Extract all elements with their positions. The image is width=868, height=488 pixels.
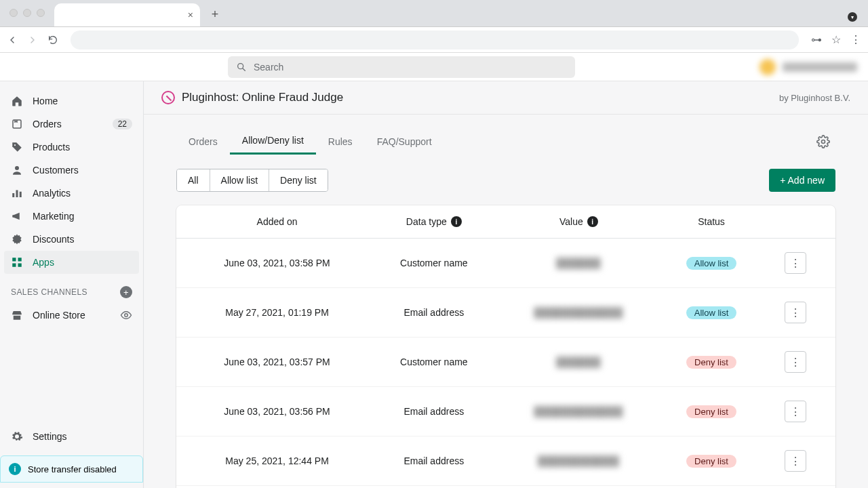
filter-allow[interactable]: Allow list — [210, 169, 269, 191]
cell-added: June 03, 2021, 03:57 PM — [193, 357, 361, 367]
eye-icon[interactable] — [120, 309, 132, 321]
tag-icon — [11, 141, 23, 153]
browser-profile-icon[interactable]: ▾ — [848, 12, 857, 22]
window-controls — [9, 9, 45, 17]
tab-orders[interactable]: Orders — [176, 129, 230, 154]
home-icon — [11, 95, 23, 107]
col-value: Valuei — [507, 216, 652, 227]
svg-rect-9 — [12, 264, 16, 267]
info-icon: i — [9, 463, 21, 475]
gear-icon — [11, 430, 23, 443]
add-channel-icon[interactable]: + — [120, 286, 132, 298]
transfer-banner[interactable]: i Store transfer disabled — [0, 455, 143, 483]
svg-rect-7 — [12, 258, 16, 261]
filter-segment: All Allow list Deny list — [176, 169, 328, 192]
filter-all[interactable]: All — [177, 169, 210, 191]
cell-value: ████████████ — [507, 406, 652, 417]
sidebar-item-discounts[interactable]: Discounts — [0, 228, 143, 251]
add-new-button[interactable]: + Add new — [769, 169, 835, 192]
maximize-window-icon[interactable] — [37, 9, 45, 17]
app-header: Search — [0, 53, 868, 81]
svg-point-2 — [14, 144, 16, 146]
svg-rect-6 — [20, 192, 22, 197]
search-icon — [236, 62, 247, 73]
cell-added: May 27, 2021, 01:19 PM — [193, 307, 361, 318]
browser-tab[interactable]: × — [54, 3, 200, 26]
cell-added: May 25, 2021, 12:44 PM — [193, 455, 361, 466]
status-badge: Deny list — [686, 455, 736, 468]
sales-channels-label: SALES CHANNELS — [11, 287, 87, 297]
close-window-icon[interactable] — [9, 9, 18, 17]
svg-point-3 — [15, 166, 19, 170]
cell-type: Email address — [361, 406, 507, 417]
minimize-window-icon[interactable] — [23, 9, 31, 17]
col-data-type: Data typei — [361, 216, 507, 227]
transfer-text: Store transfer disabled — [28, 464, 117, 474]
sidebar-item-label: Orders — [33, 119, 62, 129]
status-badge: Allow list — [686, 257, 737, 270]
new-tab-button[interactable]: + — [205, 5, 224, 24]
tabs: Orders Allow/Deny list Rules FAQ/Support — [176, 128, 835, 155]
avatar — [760, 59, 776, 75]
cell-value: ██████ — [507, 258, 652, 268]
sidebar-item-label: Discounts — [33, 234, 74, 245]
sidebar-item-customers[interactable]: Customers — [0, 159, 143, 182]
close-tab-icon[interactable]: × — [188, 9, 193, 20]
svg-rect-5 — [16, 190, 18, 198]
settings-label: Settings — [33, 431, 67, 442]
sidebar-item-products[interactable]: Products — [0, 136, 143, 159]
cell-type: Email address — [361, 307, 507, 318]
address-bar[interactable] — [71, 30, 799, 49]
row-actions-button[interactable]: ⋮ — [785, 302, 806, 323]
sidebar-item-settings[interactable]: Settings — [0, 423, 143, 450]
row-actions-button[interactable]: ⋮ — [785, 401, 806, 422]
star-icon[interactable]: ☆ — [831, 33, 841, 46]
row-actions-button[interactable]: ⋮ — [785, 450, 806, 472]
row-actions-button[interactable]: ⋮ — [785, 252, 806, 274]
discount-icon — [11, 233, 23, 245]
sidebar-item-orders[interactable]: Orders 22 — [0, 113, 143, 136]
sidebar-item-label: Home — [33, 96, 58, 106]
cell-value: ████████████ — [507, 307, 652, 318]
tab-faq[interactable]: FAQ/Support — [365, 129, 444, 154]
cell-status: Allow list — [651, 306, 772, 319]
account-menu[interactable] — [760, 59, 857, 75]
row-actions-button[interactable]: ⋮ — [785, 351, 806, 373]
sidebar-item-home[interactable]: Home — [0, 89, 143, 113]
info-icon[interactable]: i — [587, 216, 598, 227]
kebab-menu-icon[interactable]: ⋮ — [850, 33, 861, 46]
table: Added on Data typei Valuei Status June 0… — [176, 205, 835, 488]
sidebar-item-online-store[interactable]: Online Store — [0, 304, 143, 327]
sidebar-item-label: Analytics — [33, 188, 71, 199]
sidebar-item-apps[interactable]: Apps — [4, 251, 139, 274]
tab-allow-deny[interactable]: Allow/Deny list — [230, 128, 316, 155]
info-icon[interactable]: i — [451, 216, 462, 227]
search-input[interactable]: Search — [228, 56, 575, 78]
settings-gear-icon[interactable] — [811, 129, 835, 154]
svg-rect-8 — [18, 258, 22, 261]
key-icon[interactable]: ⊶ — [811, 33, 822, 46]
status-badge: Deny list — [686, 405, 736, 418]
table-row: May 27, 2021, 01:19 PMEmail address█████… — [176, 288, 835, 338]
reload-icon[interactable] — [47, 35, 58, 45]
cell-added: June 03, 2021, 03:58 PM — [193, 258, 361, 268]
col-added-on: Added on — [193, 216, 361, 227]
sidebar-item-marketing[interactable]: Marketing — [0, 205, 143, 228]
tab-rules[interactable]: Rules — [316, 129, 365, 154]
cell-status: Deny list — [651, 405, 772, 418]
table-row: June 03, 2021, 03:58 PMCustomer name████… — [176, 239, 835, 288]
main-content: Pluginhost: Online Fraud Judge by Plugin… — [144, 81, 868, 488]
sales-channels-heading: SALES CHANNELS + — [0, 274, 143, 304]
cell-status: Allow list — [651, 257, 772, 270]
cell-status: Deny list — [651, 455, 772, 468]
orders-badge: 22 — [113, 119, 132, 129]
browser-toolbar: ⊶ ☆ ⋮ — [0, 27, 868, 53]
account-name — [783, 62, 857, 72]
back-icon[interactable] — [7, 35, 18, 45]
person-icon — [11, 164, 23, 176]
forward-icon — [27, 35, 38, 45]
sidebar-item-analytics[interactable]: Analytics — [0, 182, 143, 205]
store-icon — [11, 309, 23, 321]
filter-deny[interactable]: Deny list — [269, 169, 328, 191]
status-badge: Allow list — [686, 306, 737, 319]
